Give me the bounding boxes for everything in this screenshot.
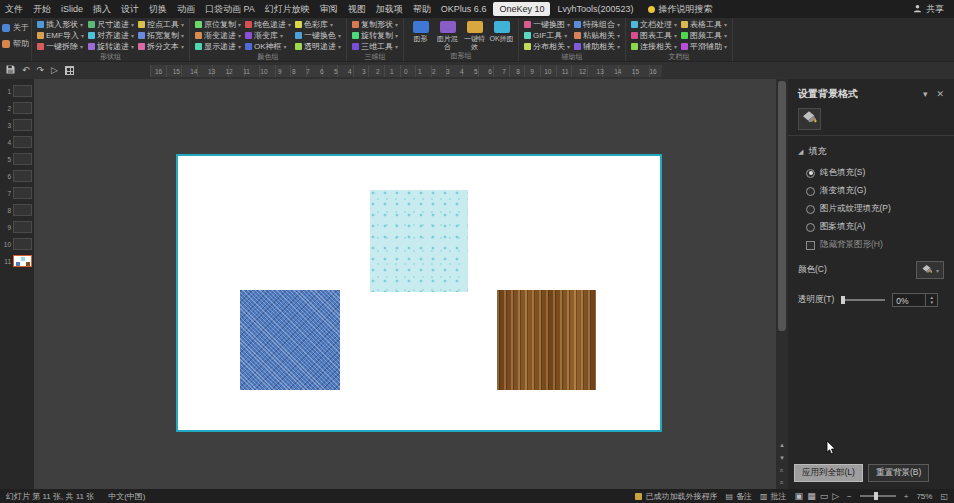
radio-control[interactable]	[806, 169, 815, 178]
menu-tab[interactable]: 插入	[88, 0, 116, 19]
ribbon-button[interactable]: 一键拆除▾	[35, 41, 86, 52]
ribbon-button[interactable]: 复制形状▾	[350, 19, 400, 30]
fill-option[interactable]: 纯色填充(S)	[788, 164, 954, 182]
slide-thumbnail[interactable]: 10	[2, 238, 34, 250]
ribbon-button[interactable]: GIF工具▾	[522, 30, 572, 41]
ribbon-big-button[interactable]: OK拼图	[488, 19, 515, 43]
slide-thumbnail[interactable]: 1	[2, 85, 34, 97]
ribbon-button[interactable]: 原位复制▾	[193, 19, 243, 30]
horizontal-ruler[interactable]: 1615141312111098765432101234567891011121…	[150, 65, 662, 77]
ribbon-button[interactable]: OK神框▾	[243, 41, 293, 52]
reading-view-icon[interactable]: ▭	[820, 491, 829, 501]
ribbon-button[interactable]: 三维工具▾	[350, 41, 400, 52]
ribbon-button[interactable]: EMF导入▾	[35, 30, 86, 41]
fit-to-window-icon[interactable]: ◱	[940, 492, 948, 501]
ribbon-button[interactable]: 图表工具▾	[629, 30, 679, 41]
ribbon-button[interactable]: 对齐递进▾	[86, 30, 136, 41]
ribbon-button[interactable]: 渐变库▾	[243, 30, 293, 41]
zoom-in-button[interactable]: +	[904, 492, 909, 501]
texture-square-pattern[interactable]	[370, 190, 468, 292]
ribbon-button[interactable]: 透明递进▾	[293, 41, 343, 52]
slide-thumbnail[interactable]: 5	[2, 153, 34, 165]
radio-control[interactable]	[806, 223, 815, 232]
radio-control[interactable]	[806, 187, 815, 196]
slide-thumbnail[interactable]: 2	[2, 102, 34, 114]
slideshow-icon[interactable]: ▷	[51, 65, 58, 76]
slide-thumbnail[interactable]: 7	[2, 187, 34, 199]
fill-option[interactable]: 渐变填充(G)	[788, 182, 954, 200]
ribbon-button[interactable]: 拆分文本▾	[136, 41, 186, 52]
normal-view-icon[interactable]: ▣	[795, 491, 804, 501]
ribbon-button[interactable]: 一键换色▾	[293, 30, 343, 41]
menu-tab[interactable]: 开始	[28, 0, 56, 19]
ribbon-button[interactable]: 粘贴相关▾	[572, 30, 622, 41]
menu-tab[interactable]: 口袋动画 PA	[200, 0, 260, 19]
color-picker-button[interactable]: ▾	[916, 261, 944, 279]
zoom-slider[interactable]	[860, 495, 896, 497]
menu-tab[interactable]: OKPlus 6.6	[436, 1, 492, 17]
slide-sorter-icon[interactable]: ▦	[807, 491, 816, 501]
ribbon-button[interactable]: 图频工具▾	[679, 30, 729, 41]
menu-tab[interactable]: 幻灯片放映	[260, 0, 315, 19]
ribbon-button[interactable]: 表格工具▾	[679, 19, 729, 30]
transparency-slider[interactable]	[841, 299, 885, 301]
texture-square-wood[interactable]	[497, 290, 596, 390]
zoom-percentage[interactable]: 75%	[916, 492, 932, 501]
language-indicator[interactable]: 中文(中国)	[108, 491, 145, 502]
texture-square-denim[interactable]	[240, 290, 340, 390]
comments-button[interactable]: ▥ 批注	[760, 491, 787, 502]
ribbon-button[interactable]: 旋转复制▾	[350, 30, 400, 41]
fill-option[interactable]: 隐藏背景图形(H)	[788, 236, 954, 254]
slide-thumbnail[interactable]: 11	[2, 255, 34, 267]
notes-button[interactable]: ▤ 备注	[725, 491, 752, 502]
fill-bucket-icon[interactable]	[798, 108, 821, 130]
ribbon-button[interactable]: 显示递进▾	[193, 41, 243, 52]
slideshow-view-icon[interactable]: ▷	[832, 491, 839, 501]
fill-option[interactable]: 图片或纹理填充(P)	[788, 200, 954, 218]
menu-tab[interactable]: 视图	[343, 0, 371, 19]
slide-thumbnail[interactable]: 3	[2, 119, 34, 131]
slide-thumbnail[interactable]: 6	[2, 170, 34, 182]
ribbon-button[interactable]: 控点工具▾	[136, 19, 186, 30]
ribbon-side-button[interactable]: 关于	[2, 22, 29, 33]
menu-tab[interactable]: 设计	[116, 0, 144, 19]
slide-thumbnail[interactable]: 4	[2, 136, 34, 148]
slide-canvas[interactable]	[178, 156, 660, 430]
pane-close-icon[interactable]: ✕	[936, 89, 944, 99]
ribbon-big-button[interactable]: 一键特效	[461, 19, 488, 51]
menu-tab[interactable]: 加载项	[371, 0, 408, 19]
next-slide-icon[interactable]: »	[779, 481, 786, 485]
scroll-down-icon[interactable]: ▾	[780, 454, 784, 462]
zoom-slider-thumb[interactable]	[874, 492, 878, 500]
ribbon-button[interactable]: 分布相关▾	[522, 41, 572, 52]
menu-tab[interactable]: 帮助	[408, 0, 436, 19]
slide-thumbnail[interactable]: 8	[2, 204, 34, 216]
ribbon-button[interactable]: 纯色递进▾	[243, 19, 293, 30]
menu-tab[interactable]: 动画	[172, 0, 200, 19]
share-button[interactable]: 共享	[913, 3, 944, 16]
previous-slide-icon[interactable]: «	[779, 469, 786, 473]
ribbon-big-button[interactable]: 图片混合	[434, 19, 461, 51]
ribbon-button[interactable]: 一键换图▾	[522, 19, 572, 30]
spin-down-icon[interactable]: ▾	[931, 300, 934, 305]
vertical-scrollbar[interactable]: ▴ ▾ « »	[776, 79, 788, 489]
ribbon-big-button[interactable]: 图形	[407, 19, 434, 43]
ribbon-button[interactable]: 色彩库▾	[293, 19, 343, 30]
scroll-up-icon[interactable]: ▴	[780, 441, 784, 449]
menu-tab[interactable]: iSlide	[56, 1, 88, 17]
ribbon-button[interactable]: 旋转递进▾	[86, 41, 136, 52]
ribbon-button[interactable]: 尺寸递进▾	[86, 19, 136, 30]
undo-icon[interactable]: ↶	[22, 65, 30, 76]
reset-background-button[interactable]: 重置背景(B)	[868, 464, 929, 482]
ribbon-button[interactable]: 拓宽复制▾	[136, 30, 186, 41]
ribbon-button[interactable]: 文档处理▾	[629, 19, 679, 30]
menu-tab[interactable]: OneKey 10	[493, 2, 550, 16]
transparency-value[interactable]: 0%	[893, 294, 925, 306]
slide-thumbnail[interactable]: 9	[2, 221, 34, 233]
spinner-arrows[interactable]: ▴ ▾	[925, 294, 937, 306]
menu-tab[interactable]: 切换	[144, 0, 172, 19]
checkbox-control[interactable]	[806, 241, 815, 250]
transparency-slider-thumb[interactable]	[841, 296, 845, 304]
ribbon-button[interactable]: 连接相关▾	[629, 41, 679, 52]
menu-tab[interactable]: 文件	[0, 0, 28, 19]
